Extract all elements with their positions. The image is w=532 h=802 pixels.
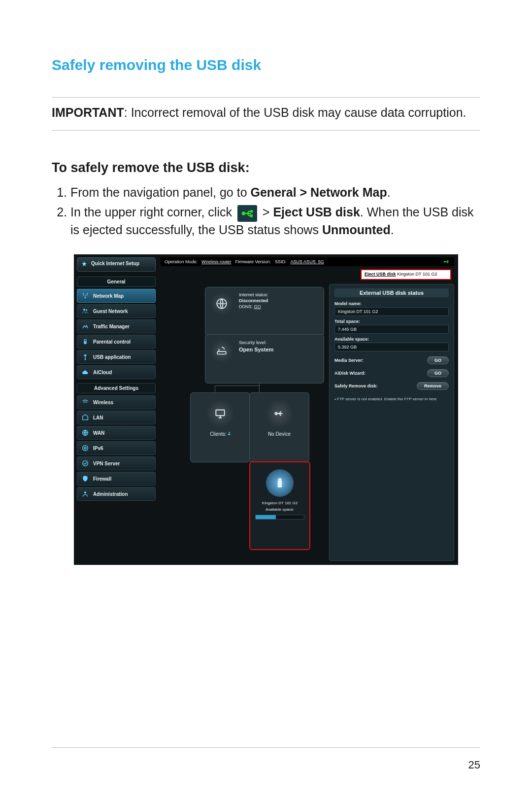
usb-icon [237,205,257,222]
aidisk-go-button[interactable]: GO [427,369,449,377]
monitor-icon [206,400,234,427]
network-map-icon [81,292,89,300]
wireless-icon [81,398,89,406]
lan-icon [81,414,89,421]
step-list: From the navigation panel, go to General… [52,184,480,238]
important-note: IMPORTANT: Incorrect removal of the USB … [52,98,480,130]
svg-point-13 [84,491,86,493]
svg-rect-20 [278,481,282,488]
ddns-go-link[interactable]: GO [254,304,261,309]
traffic-manager-icon [81,322,89,330]
administration-icon [81,490,89,498]
sidebar-section-general: General [77,277,156,287]
firewall-icon [81,475,89,483]
svg-rect-17 [216,410,224,416]
ftp-note: • FTP server is not enabled. Enable the … [334,397,449,401]
usb-status-panel: External USB disk status Model name: Kin… [329,284,454,561]
usb-drive-icon [266,469,294,497]
sidebar-item-administration[interactable]: Administration [77,487,156,501]
svg-point-3 [83,293,84,295]
svg-point-12 [83,461,88,466]
network-map: Internet status: Disconnected DDNS: GO S… [161,274,335,561]
sidebar-item-vpn-server[interactable]: VPN Server [77,456,156,470]
svg-rect-2 [250,215,252,216]
eject-usb-popup[interactable]: Eject USB disk Kingston DT 101 G2 [361,269,451,280]
router-icon [210,340,233,362]
globe-icon [210,292,233,315]
divider [52,130,480,131]
vpn-server-icon [81,459,89,467]
sidebar-item-network-map[interactable]: Network Map [77,289,156,303]
sidebar-item-guest-network[interactable]: Guest Network [77,304,156,318]
sidebar-item-lan[interactable]: LAN [77,411,156,424]
remove-button[interactable]: Remove [417,382,449,390]
sidebar: Quick Internet Setup General Network Map… [77,257,156,502]
usb-icon [266,400,293,427]
clients-card[interactable]: Clients: 4 [190,392,250,462]
panel-title: External USB disk status [334,288,449,297]
step-2: In the upper right corner, click > Eject… [70,204,480,238]
sidebar-item-aicloud[interactable]: AiCloud [77,365,156,379]
usb-device-card[interactable]: Kingston DT 101 G2 Available space: [249,461,310,550]
usb-status-icon[interactable] [443,258,450,265]
guest-network-icon [81,307,89,315]
important-text: : Incorrect removal of the USB disk may … [124,105,466,119]
sidebar-item-wan[interactable]: WAN [77,426,156,440]
steps-heading: To safely remove the USB disk: [52,160,480,175]
internet-status-card[interactable]: Internet status: Disconnected DDNS: GO [205,287,324,336]
svg-point-10 [83,446,88,451]
step-1: From the navigation panel, go to General… [70,184,480,201]
sidebar-item-wireless[interactable]: Wireless [77,395,156,409]
svg-point-11 [84,447,86,449]
sidebar-item-traffic-manager[interactable]: Traffic Manager [77,319,156,333]
top-bar: Operation Mode: Wireless router Firmware… [161,257,454,266]
sidebar-section-advanced: Advanced Settings [77,383,156,393]
security-card[interactable]: Security level: Open System [205,334,324,384]
sidebar-item-ipv6[interactable]: IPv6 [77,441,156,455]
usb-application-icon [81,353,89,361]
aicloud-icon [81,368,89,376]
operation-mode-link[interactable]: Wireless router [201,259,232,264]
page-number: 25 [468,759,480,771]
space-bar [255,515,304,520]
sidebar-item-firewall[interactable]: Firewall [77,472,156,486]
wan-icon [81,429,89,437]
ipv6-icon [81,444,89,452]
svg-point-6 [83,309,85,311]
parental-control-icon [81,338,89,346]
quick-internet-setup[interactable]: Quick Internet Setup [77,257,156,272]
svg-point-5 [85,297,86,299]
section-title: Safely removing the USB disk [52,57,480,73]
media-server-go-button[interactable]: GO [427,356,449,364]
sidebar-item-parental-control[interactable]: Parental control [77,335,156,349]
svg-point-1 [251,210,252,212]
important-label: IMPORTANT [52,105,124,119]
usb-slot-empty[interactable]: No Device [249,392,309,462]
svg-rect-8 [84,341,86,344]
router-ui-screenshot: Quick Internet Setup General Network Map… [74,254,458,565]
svg-rect-16 [217,351,226,354]
svg-rect-19 [278,478,282,480]
sidebar-item-usb-application[interactable]: USB application [77,350,156,364]
svg-point-7 [86,310,87,311]
svg-point-4 [87,293,88,295]
footer-divider [52,747,480,748]
